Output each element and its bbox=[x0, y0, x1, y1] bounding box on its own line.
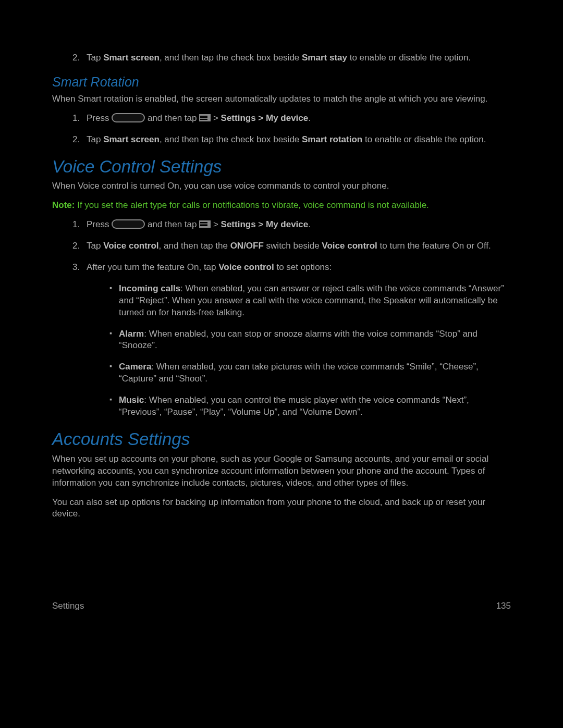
accounts-para-2: You can also set up options for backing … bbox=[52, 497, 511, 521]
page-footer: Settings 135 bbox=[52, 600, 511, 612]
voice-control-note: Note: If you set the alert type for call… bbox=[52, 200, 511, 212]
option-incoming-calls: Incoming calls: When enabled, you can an… bbox=[109, 283, 511, 319]
smart-rotation-steps: Press and then tap > Settings > My devic… bbox=[52, 113, 511, 146]
voice-control-heading: Voice Control Settings bbox=[52, 155, 511, 179]
footer-section: Settings bbox=[52, 600, 84, 612]
voice-control-desc: When Voice control is turned On, you can… bbox=[52, 180, 511, 192]
voice-control-step-2: Tap Voice control, and then tap the ON/O… bbox=[82, 240, 511, 252]
voice-control-step-1: Press and then tap > Settings > My devic… bbox=[82, 219, 511, 231]
menu-icon bbox=[199, 114, 211, 121]
svg-rect-2 bbox=[200, 117, 207, 118]
footer-page-number: 135 bbox=[496, 600, 511, 612]
smart-rotation-step-1: Press and then tap > Settings > My devic… bbox=[82, 113, 511, 125]
voice-control-step-3: After you turn the feature On, tap Voice… bbox=[82, 262, 511, 418]
intro-step-2: Tap Smart screen, and then tap the check… bbox=[82, 52, 511, 64]
smart-rotation-step-2: Tap Smart screen, and then tap the check… bbox=[82, 134, 511, 146]
svg-rect-6 bbox=[200, 224, 207, 225]
option-camera: Camera: When enabled, you can take pictu… bbox=[109, 361, 511, 385]
svg-rect-7 bbox=[200, 225, 207, 226]
intro-continued-list: Tap Smart screen, and then tap the check… bbox=[52, 52, 511, 64]
option-music: Music: When enabled, you can control the… bbox=[109, 394, 511, 418]
svg-rect-5 bbox=[200, 222, 207, 223]
smart-rotation-desc: When Smart rotation is enabled, the scre… bbox=[52, 93, 511, 105]
smart-rotation-heading: Smart Rotation bbox=[52, 73, 511, 91]
menu-icon bbox=[199, 220, 211, 228]
svg-rect-3 bbox=[200, 119, 207, 120]
voice-control-steps: Press and then tap > Settings > My devic… bbox=[52, 219, 511, 418]
svg-rect-1 bbox=[200, 116, 207, 117]
home-key-icon bbox=[112, 219, 145, 229]
accounts-heading: Accounts Settings bbox=[52, 428, 511, 451]
voice-control-options: Incoming calls: When enabled, you can an… bbox=[87, 283, 511, 418]
option-alarm: Alarm: When enabled, you can stop or sno… bbox=[109, 328, 511, 352]
home-key-icon bbox=[112, 113, 145, 122]
accounts-para-1: When you set up accounts on your phone, … bbox=[52, 453, 511, 489]
